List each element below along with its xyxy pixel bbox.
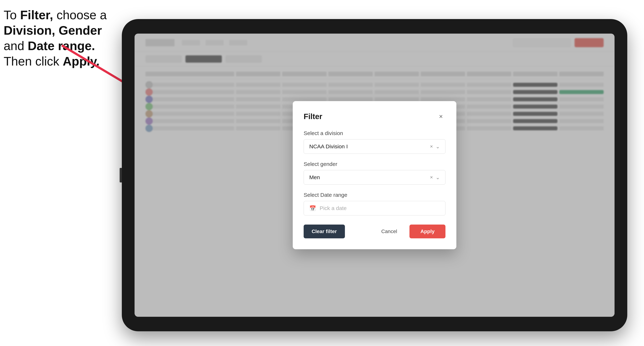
modal-header: Filter × [304, 112, 446, 121]
division-select-icons: × ⌄ [430, 144, 440, 150]
division-select[interactable]: NCAA Division I × ⌄ [304, 139, 446, 154]
clear-filter-button[interactable]: Clear filter [304, 225, 345, 238]
instruction-bold1: Filter, [20, 8, 53, 22]
gender-select-value: Men [309, 174, 320, 180]
modal-footer: Clear filter Cancel Apply [304, 225, 446, 238]
modal-overlay: Filter × Select a division NCAA Division… [134, 34, 614, 317]
clear-division-icon[interactable]: × [430, 144, 433, 149]
modal-title: Filter [304, 112, 322, 121]
chevron-down-icon: ⌄ [436, 174, 440, 180]
tablet-side-button [120, 168, 122, 182]
division-select-value: NCAA Division I [309, 143, 348, 150]
modal-footer-right: Cancel Apply [373, 225, 446, 238]
instruction-bold2: Division, Gender [4, 23, 102, 37]
tablet-frame: Filter × Select a division NCAA Division… [122, 19, 627, 331]
date-range-label: Select Date range [304, 192, 446, 198]
apply-button[interactable]: Apply [410, 225, 446, 238]
gender-select[interactable]: Men × ⌄ [304, 170, 446, 185]
clear-gender-icon[interactable]: × [430, 174, 433, 180]
division-label: Select a division [304, 130, 446, 136]
filter-modal: Filter × Select a division NCAA Division… [293, 101, 456, 249]
cancel-button[interactable]: Cancel [373, 225, 405, 238]
gender-label: Select gender [304, 161, 446, 167]
instruction-line1: To Filter, choose a [4, 8, 107, 22]
instruction-line4: Then click Apply. [4, 54, 100, 68]
modal-close-button[interactable]: × [436, 112, 446, 121]
calendar-icon: 📅 [309, 205, 316, 211]
close-icon: × [439, 113, 443, 120]
gender-form-group: Select gender Men × ⌄ [304, 161, 446, 185]
division-form-group: Select a division NCAA Division I × ⌄ [304, 130, 446, 154]
gender-select-icons: × ⌄ [430, 174, 440, 180]
instruction-line3: and Date range. [4, 39, 95, 53]
instruction-block: To Filter, choose a Division, Gender and… [4, 7, 109, 69]
date-range-placeholder: Pick a date [320, 205, 346, 211]
chevron-down-icon: ⌄ [436, 144, 440, 150]
date-range-input[interactable]: 📅 Pick a date [304, 201, 446, 215]
instruction-bold3: Date range. [28, 39, 95, 53]
instruction-bold4: Apply. [63, 54, 100, 68]
tablet-screen: Filter × Select a division NCAA Division… [134, 34, 614, 317]
date-range-form-group: Select Date range 📅 Pick a date [304, 192, 446, 215]
